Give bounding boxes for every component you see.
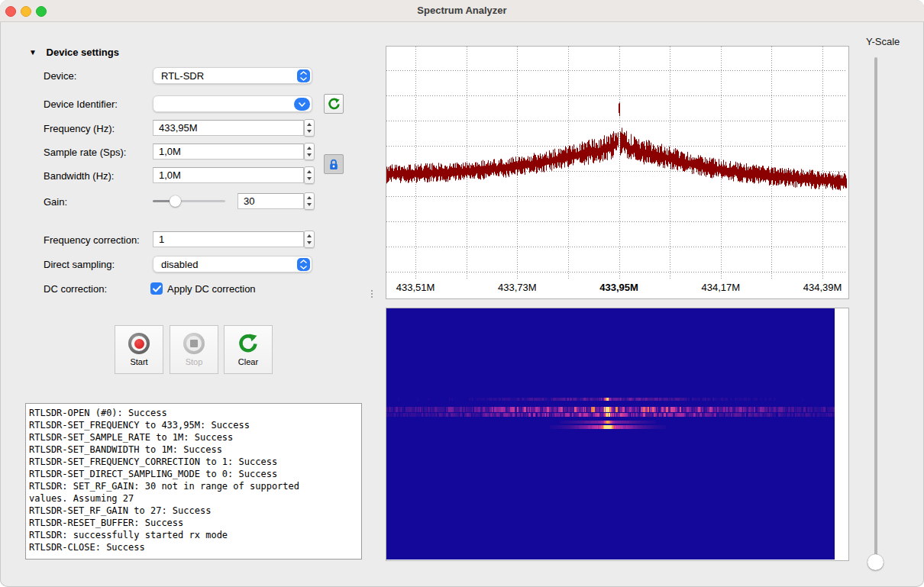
waterfall-plot[interactable]	[386, 308, 849, 561]
frequency-axis: 433,51M 433,73M 433,95M 434,17M 434,39M	[386, 280, 847, 297]
spectrum-analyzer-window: Spectrum Analyzer ▼ Device settings Devi…	[0, 0, 924, 587]
dc-correction-checkbox-label: Apply DC correction	[167, 283, 256, 295]
refresh-icon	[328, 98, 341, 111]
stop-icon	[183, 333, 205, 354]
frequency-correction-stepper[interactable]	[304, 231, 315, 248]
lock-sample-rate-button[interactable]	[324, 154, 344, 174]
gain-label: Gain:	[44, 196, 67, 208]
frequency-correction-label: Frequency correction:	[44, 234, 140, 246]
device-settings-header[interactable]: ▼ Device settings	[29, 47, 119, 58]
frequency-input[interactable]	[153, 120, 304, 136]
chevron-down-icon	[294, 98, 310, 111]
bandwidth-label: Bandwidth (Hz):	[44, 170, 114, 182]
sample-rate-stepper[interactable]	[304, 143, 315, 160]
dc-correction-checkbox[interactable]	[150, 282, 163, 295]
frequency-correction-input[interactable]	[153, 231, 304, 247]
spectrum-trace-canvas	[386, 47, 847, 280]
start-button[interactable]: Start	[115, 325, 163, 374]
x-tick-label: 434,39M	[803, 282, 842, 293]
disclosure-triangle-icon[interactable]: ▼	[29, 48, 37, 56]
x-tick-label-center-frequency: 433,95M	[599, 282, 638, 293]
sample-rate-input[interactable]	[153, 144, 304, 160]
y-scale-slider-thumb[interactable]	[867, 554, 884, 570]
check-icon	[153, 285, 161, 292]
bandwidth-stepper[interactable]	[304, 166, 315, 184]
x-tick-label: 433,73M	[498, 282, 537, 293]
clear-button[interactable]: Clear	[224, 325, 273, 374]
spectrum-plot[interactable]: 433,51M 433,73M 433,95M 434,17M 434,39M	[386, 46, 849, 299]
popup-updown-icon	[297, 258, 310, 271]
log-output[interactable]: RTLSDR-OPEN (#0): SuccessRTLSDR-SET_FREQ…	[25, 403, 362, 560]
device-label: Device:	[44, 70, 76, 82]
dc-correction-label: DC correction:	[44, 283, 107, 295]
popup-updown-icon	[297, 69, 310, 82]
clear-button-label: Clear	[238, 357, 258, 366]
device-select[interactable]: RTL-SDR	[153, 67, 312, 84]
window-title: Spectrum Analyzer	[0, 0, 924, 21]
gain-slider[interactable]	[153, 200, 225, 202]
y-scale-label: Y-Scale	[866, 36, 912, 47]
rescan-devices-button[interactable]	[324, 94, 344, 114]
bandwidth-input[interactable]	[153, 167, 304, 183]
device-select-value: RTL-SDR	[161, 70, 204, 82]
direct-sampling-select[interactable]: disabled	[153, 256, 312, 273]
sample-rate-label: Sample rate (Sps):	[44, 147, 126, 158]
stop-button: Stop	[170, 325, 218, 374]
start-button-label: Start	[130, 357, 147, 366]
gain-stepper[interactable]	[304, 192, 315, 210]
x-tick-label: 433,51M	[396, 282, 435, 293]
direct-sampling-value: disabled	[161, 259, 198, 270]
y-scale-slider[interactable]	[874, 57, 877, 563]
titlebar: Spectrum Analyzer	[0, 0, 924, 22]
direct-sampling-label: Direct sampling:	[44, 259, 115, 270]
stop-button-label: Stop	[186, 357, 203, 366]
lock-icon	[328, 159, 339, 170]
frequency-stepper[interactable]	[304, 119, 315, 137]
device-identifier-combo[interactable]	[153, 95, 312, 112]
gain-input[interactable]	[237, 193, 304, 209]
gain-slider-thumb[interactable]	[170, 195, 181, 207]
x-tick-label: 434,17M	[701, 282, 740, 293]
device-settings-title: Device settings	[47, 47, 119, 58]
device-identifier-label: Device Identifier:	[44, 98, 118, 110]
clear-refresh-icon	[237, 333, 259, 354]
record-icon	[128, 333, 150, 354]
waterfall-canvas	[386, 308, 835, 560]
splitter-handle[interactable]	[371, 289, 373, 299]
frequency-label: Frequency (Hz):	[44, 123, 115, 134]
